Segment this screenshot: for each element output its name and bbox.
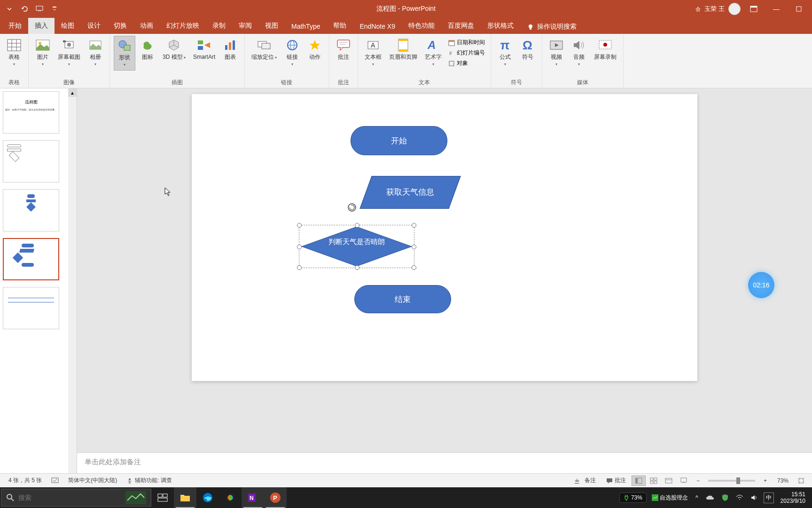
tray-app-stocks[interactable]: 自选股理念 — [649, 494, 690, 502]
tab-insert[interactable]: 插入 — [28, 18, 55, 34]
tab-endnote[interactable]: EndNote X9 — [353, 19, 402, 34]
fit-to-window-button[interactable] — [794, 476, 808, 486]
zoom-button[interactable]: 缩放定位 ▾ — [249, 36, 280, 63]
tab-slideshow[interactable]: 幻灯片放映 — [160, 18, 206, 34]
slide-thumbnails-panel[interactable]: 流程图 题目：如果天气晴朗，就出去玩否则就待在家里。 — [0, 88, 77, 473]
spellcheck-icon[interactable] — [47, 477, 63, 484]
notes-toggle[interactable]: ≐ 备注 — [570, 476, 601, 484]
tab-help[interactable]: 帮助 — [327, 18, 353, 34]
taskbar-edge[interactable] — [196, 487, 219, 508]
tray-chevron-up-icon[interactable]: ^ — [693, 494, 701, 501]
slide-number-button[interactable]: #幻灯片编号 — [446, 48, 487, 58]
taskbar-explorer[interactable] — [174, 487, 196, 508]
comments-toggle[interactable]: 批注 — [601, 476, 631, 484]
zoom-slider-thumb[interactable] — [736, 477, 740, 484]
tab-shape-format[interactable]: 形状格式 — [481, 18, 520, 34]
icons-button[interactable]: 图标 — [137, 36, 158, 62]
battery-indicator[interactable]: 73% — [619, 492, 647, 503]
3d-models-button[interactable]: 3D 模型 ▾ — [160, 36, 188, 63]
normal-view-button[interactable] — [632, 476, 646, 486]
flowchart-input-shape[interactable]: 获取天气信息 — [359, 176, 461, 209]
textbox-button[interactable]: A 文本框▾ — [362, 36, 384, 70]
user-avatar[interactable] — [728, 3, 741, 15]
zoom-slider[interactable] — [708, 480, 755, 482]
zoom-in-button[interactable]: + — [759, 477, 772, 484]
tab-design[interactable]: 设计 — [81, 18, 107, 34]
slide-thumb-3[interactable] — [3, 189, 59, 231]
slideshow-view-button[interactable] — [677, 476, 691, 486]
slide-counter[interactable]: 4 张，共 5 张 — [4, 476, 47, 484]
user-sync-icon[interactable]: 会 — [695, 6, 701, 13]
shapes-button[interactable]: 形状▾ — [114, 36, 135, 71]
tab-animations[interactable]: 动画 — [133, 18, 160, 34]
maximize-button[interactable] — [789, 2, 808, 16]
table-button[interactable]: 表格▾ — [4, 36, 24, 70]
audio-button[interactable]: 音频▾ — [569, 36, 589, 70]
video-button[interactable]: 视频▾ — [546, 36, 567, 70]
slide-thumb-2[interactable] — [3, 140, 59, 183]
slide-thumb-5[interactable] — [3, 287, 59, 329]
thumbnails-scrollbar[interactable]: ▲ — [68, 88, 77, 473]
timer-badge[interactable]: 02:16 — [748, 272, 774, 298]
canvas-scroll[interactable]: 开始 获取天气信息 判断天气是否晴朗 — [77, 88, 812, 452]
taskbar-copilot[interactable] — [219, 487, 242, 508]
slide-thumb-1[interactable]: 流程图 题目：如果天气晴朗，就出去玩否则就待在家里。 — [3, 91, 59, 134]
tab-home[interactable]: 开始 — [2, 18, 28, 34]
tab-transitions[interactable]: 切换 — [107, 18, 133, 34]
slide-canvas[interactable]: 开始 获取天气信息 判断天气是否晴朗 — [192, 94, 697, 381]
taskbar-search[interactable] — [1, 489, 151, 507]
photo-album-button[interactable]: 相册▾ — [85, 36, 106, 70]
action-button[interactable]: 动作 — [304, 36, 325, 62]
slide-sorter-button[interactable] — [647, 476, 661, 486]
taskbar-powerpoint[interactable]: P — [264, 487, 287, 508]
tray-security-icon[interactable] — [719, 494, 731, 501]
smartart-button[interactable]: SmartArt — [190, 36, 218, 62]
screen-recording-button[interactable]: 屏幕录制 — [591, 36, 619, 62]
tell-me-search[interactable]: 操作说明搜索 — [522, 20, 581, 34]
language-indicator[interactable]: 简体中文(中国大陆) — [63, 476, 122, 484]
zoom-out-button[interactable]: − — [692, 477, 704, 484]
tab-features[interactable]: 特色功能 — [402, 18, 441, 34]
qat-more-icon[interactable] — [50, 4, 59, 14]
scroll-up-icon[interactable]: ▲ — [68, 88, 77, 97]
task-view-button[interactable] — [151, 487, 174, 508]
rotation-handle[interactable] — [348, 203, 356, 212]
zoom-level[interactable]: 73% — [773, 477, 793, 484]
wordart-button[interactable]: A 艺术字▾ — [422, 36, 445, 70]
tab-view[interactable]: 视图 — [258, 18, 285, 34]
screenshot-button[interactable]: 屏幕截图▾ — [55, 36, 83, 70]
flowchart-start-shape[interactable]: 开始 — [351, 126, 447, 155]
tab-record[interactable]: 录制 — [206, 18, 232, 34]
flowchart-decision-shape[interactable]: 判断天气是否晴朗 — [300, 225, 414, 268]
tab-mathtype[interactable]: MathType — [285, 19, 327, 34]
tab-draw[interactable]: 绘图 — [55, 18, 81, 34]
minimize-button[interactable]: — — [767, 2, 786, 16]
presentation-icon[interactable] — [35, 4, 44, 14]
undo-icon[interactable] — [20, 4, 29, 14]
tray-onedrive-icon[interactable] — [703, 495, 717, 500]
tab-review[interactable]: 审阅 — [232, 18, 258, 34]
qat-dropdown-icon[interactable] — [5, 4, 14, 14]
tray-wifi-icon[interactable] — [734, 494, 746, 501]
date-time-button[interactable]: 日期和时间 — [446, 38, 487, 48]
accessibility-checker[interactable]: 辅助功能: 调查 — [122, 476, 177, 484]
tray-volume-icon[interactable] — [749, 494, 761, 501]
tray-ime-indicator[interactable]: 中 — [764, 492, 774, 503]
symbol-button[interactable]: Ω 符号 — [517, 36, 538, 62]
link-button[interactable]: 链接▾ — [282, 36, 303, 70]
comment-button[interactable]: 批注 — [333, 36, 354, 62]
tab-baidu[interactable]: 百度网盘 — [441, 18, 481, 34]
reading-view-button[interactable] — [662, 476, 676, 486]
flowchart-end-shape[interactable]: 结束 — [354, 285, 451, 313]
chart-button[interactable]: 图表 — [220, 36, 241, 62]
equation-button[interactable]: π 公式▾ — [495, 36, 515, 70]
object-button[interactable]: 对象 — [446, 58, 487, 68]
taskbar-onenote[interactable]: N — [242, 487, 264, 508]
notes-pane[interactable]: 单击此处添加备注 — [77, 452, 812, 473]
header-footer-button[interactable]: 页眉和页脚 — [386, 36, 420, 62]
search-input[interactable] — [18, 494, 122, 501]
ribbon-display-options-icon[interactable] — [744, 2, 763, 16]
pictures-button[interactable]: 图片▾ — [32, 36, 53, 70]
tray-clock[interactable]: 15:51 2023/9/10 — [777, 491, 809, 504]
slide-thumb-4[interactable] — [3, 238, 59, 280]
